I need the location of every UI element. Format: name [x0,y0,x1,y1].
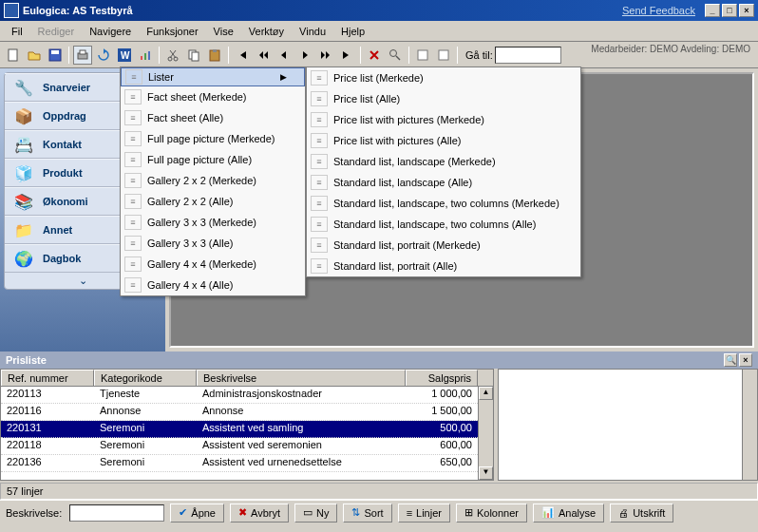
menu-rediger[interactable]: Rediger [30,24,83,39]
prisliste-close-icon[interactable]: × [739,353,752,367]
svg-rect-18 [439,50,448,60]
doc-icon: ≡ [124,277,142,293]
goto-input[interactable] [495,47,561,64]
menu-funksjoner[interactable]: Funksjoner [139,24,205,39]
table-row[interactable]: 220116AnnonseAnnonse1 500,00 [1,404,493,421]
paste-icon[interactable] [205,46,224,65]
avbryt-button[interactable]: ✖Avbryt [230,504,289,522]
nav-last-icon[interactable] [337,46,356,65]
menu-item[interactable]: ≡Gallery 2 x 2 (Alle) [121,191,305,212]
analyse-button[interactable]: 📊Analyse [533,504,604,522]
kolonner-button[interactable]: ⊞Kolonner [456,504,527,522]
menu-item[interactable]: ≡Full page picture (Alle) [121,149,305,170]
menu-vise[interactable]: Vise [206,24,241,39]
menu-label: Gallery 2 x 2 (Alle) [147,196,233,207]
diary-icon: 🌍 [12,247,35,270]
scroll-down-icon[interactable]: ▼ [479,466,493,480]
prisliste-grid: Ref. nummer Kategorikode Beskrivelse Sal… [0,369,494,481]
lister-menu: ≡ Lister ▶ ≡Fact sheet (Merkede) ≡Fact s… [120,66,306,296]
svg-text:W: W [121,50,130,61]
svg-rect-0 [9,49,17,61]
grid-scrollbar[interactable]: ▲ ▼ [478,387,493,480]
menu-item[interactable]: ≡Standard list, landscape, two columns (… [307,214,580,235]
tool-a-icon[interactable] [413,46,432,65]
nav-prev-icon[interactable] [275,46,294,65]
table-row-selected[interactable]: 220131SeremoniAssistent ved samling500,0… [1,421,493,438]
refresh-icon[interactable] [94,46,113,65]
menu-item[interactable]: ≡Price list with pictures (Merkede) [307,109,580,130]
table-row[interactable]: 220113TjenesteAdministrasjonskostnader1 … [1,387,493,404]
menu-item[interactable]: ≡Fact sheet (Merkede) [121,86,305,107]
prisliste-title: Prisliste [6,354,47,366]
col-pris[interactable]: Salgspris [406,370,478,386]
nav-prev-page-icon[interactable] [254,46,273,65]
delete-icon[interactable] [365,46,384,65]
linjer-button[interactable]: ≡Linjer [398,504,450,522]
menu-fil[interactable]: Fil [4,24,30,39]
menu-verktoy[interactable]: Verktøy [241,24,292,39]
nav-next-icon[interactable] [295,46,314,65]
chart-icon[interactable] [136,46,155,65]
table-row[interactable]: 220118SeremoniAssistent ved seremonien60… [1,438,493,455]
menu-item[interactable]: ≡Standard list, landscape (Alle) [307,172,580,193]
nav-next-page-icon[interactable] [316,46,335,65]
doc-icon: ≡ [124,194,142,209]
menu-item[interactable]: ≡Price list with pictures (Alle) [307,130,580,151]
menu-item[interactable]: ≡Price list (Alle) [307,88,580,109]
menu-item[interactable]: ≡Standard list, portrait (Merkede) [307,235,580,256]
menu-navigere[interactable]: Navigere [82,24,139,39]
staff-info: Medarbeider: DEMO Avdeling: DEMO [591,44,750,54]
minimize-button[interactable]: _ [705,4,720,17]
menu-item[interactable]: ≡Standard list, portrait (Alle) [307,256,580,276]
menu-item[interactable]: ≡Fact sheet (Alle) [121,107,305,128]
menu-item[interactable]: ≡Gallery 4 x 4 (Alle) [121,275,305,295]
menu-item[interactable]: ≡Price list (Merkede) [307,67,580,88]
svg-rect-13 [192,52,199,61]
menu-vindu[interactable]: Vindu [292,24,333,39]
col-besk[interactable]: Beskrivelse [197,370,406,386]
col-kat[interactable]: Kategorikode [94,370,197,386]
menu-item[interactable]: ≡Gallery 3 x 3 (Alle) [121,233,305,254]
print-dropdown-icon[interactable] [73,46,92,65]
grid-header: Ref. nummer Kategorikode Beskrivelse Sal… [1,370,493,387]
open-icon[interactable] [25,46,44,65]
nav-first-icon[interactable] [233,46,252,65]
ny-button[interactable]: ▭Ny [294,504,337,522]
close-button[interactable]: × [739,4,754,17]
menu-item[interactable]: ≡Gallery 4 x 4 (Merkede) [121,254,305,275]
find-icon[interactable] [386,46,405,65]
cut-icon[interactable] [163,46,182,65]
table-row[interactable]: 220136SeremoniAssistent ved urnenedsette… [1,455,493,472]
menu-item[interactable]: ≡Standard list, landscape, two columns (… [307,193,580,214]
menu-item[interactable]: ≡Gallery 3 x 3 (Merkede) [121,212,305,233]
send-feedback-link[interactable]: Send Feedback [622,5,695,16]
tool-b-icon[interactable] [434,46,453,65]
col-ref[interactable]: Ref. nummer [1,370,94,386]
menu-item[interactable]: ≡Full page picture (Merkede) [121,128,305,149]
scroll-up-icon[interactable]: ▲ [479,387,493,400]
doc-icon: ≡ [311,112,328,127]
copy-icon[interactable] [184,46,203,65]
save-icon[interactable] [46,46,65,65]
desc-input[interactable] [69,504,164,522]
sidebar-label: Annet [43,224,72,236]
utskrift-button[interactable]: 🖨Utskrift [610,504,673,522]
menu-label: Standard list, landscape, two columns (A… [333,218,536,230]
apne-button[interactable]: ✔Åpne [170,504,224,522]
sidebar-label: Produkt [43,167,83,179]
menu-item[interactable]: ≡Gallery 2 x 2 (Merkede) [121,170,305,191]
prisliste-search-icon[interactable]: 🔍 [724,353,737,367]
maximize-button[interactable]: □ [722,4,737,17]
menu-hjelp[interactable]: Hjelp [333,24,372,39]
menu-label: Standard list, landscape (Merkede) [333,156,496,167]
menu-item[interactable]: ≡Standard list, landscape (Merkede) [307,151,580,172]
svg-rect-8 [144,53,146,60]
new-icon[interactable] [4,46,23,65]
other-icon: 📁 [12,218,35,241]
status-bar: 57 linjer [0,483,758,500]
menu-item-lister[interactable]: ≡ Lister ▶ [121,67,305,86]
sort-button[interactable]: ⇅Sort [343,504,391,522]
preview-scrollbar[interactable] [742,370,757,480]
word-icon[interactable]: W [115,46,134,65]
svg-rect-15 [213,49,217,52]
